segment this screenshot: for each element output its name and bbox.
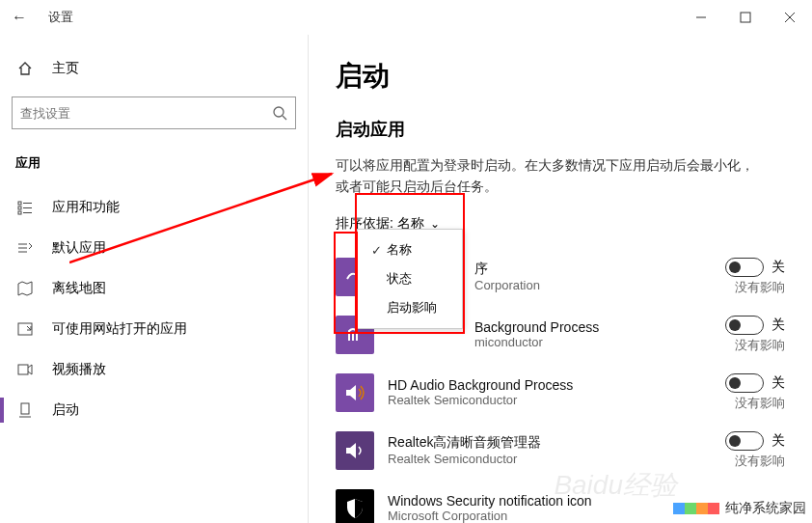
sidebar-item-label: 离线地图	[52, 280, 106, 297]
toggle-switch[interactable]	[725, 431, 764, 451]
svg-rect-8	[18, 206, 21, 209]
map-icon	[15, 281, 35, 296]
app-publisher: Realtek Semiconductor	[388, 452, 698, 466]
description-text: 可以将应用配置为登录时启动。在大多数情况下应用启动后会最小化，或者可能只启动后台…	[336, 154, 760, 198]
toggle-switch[interactable]	[725, 316, 764, 335]
section-label: 应用	[0, 149, 308, 178]
back-button[interactable]: ←	[0, 9, 39, 26]
sidebar-item-default-apps[interactable]: 默认应用	[0, 228, 308, 268]
dropdown-item-impact[interactable]: 启动影响	[358, 293, 462, 322]
toggle-label: 关	[771, 374, 785, 392]
app-name: HD Audio Background Process	[388, 377, 698, 393]
titlebar: ← 设置	[0, 0, 812, 35]
brand-text: 纯净系统家园	[725, 500, 806, 517]
website-icon	[15, 321, 35, 337]
close-button[interactable]	[768, 3, 812, 32]
svg-rect-10	[18, 211, 21, 214]
video-icon	[15, 362, 35, 377]
sidebar-item-label: 可使用网站打开的应用	[52, 320, 187, 338]
check-icon: ✓	[371, 243, 387, 258]
impact-label: 没有影响	[698, 279, 785, 296]
toggle-switch[interactable]	[725, 258, 764, 277]
defaults-icon	[15, 240, 35, 256]
speaker-icon	[336, 431, 374, 470]
impact-label: 没有影响	[698, 395, 785, 412]
sidebar-item-label: 视频播放	[52, 361, 106, 378]
search-field[interactable]	[20, 106, 272, 121]
toggle-switch[interactable]	[725, 373, 764, 393]
dropdown-item-name[interactable]: ✓名称	[358, 235, 462, 264]
app-name: Realtek高清晰音频管理器	[388, 434, 698, 452]
app-publisher: Realtek Semiconductor	[388, 393, 698, 407]
shield-icon	[336, 489, 374, 523]
app-publisher: Microsoft Corporation	[388, 509, 698, 523]
search-icon	[272, 105, 287, 121]
toggle-label: 关	[771, 259, 785, 276]
sidebar-item-label: 应用和功能	[52, 199, 120, 216]
impact-label: 没有影响	[698, 453, 785, 470]
minimize-button[interactable]	[679, 3, 723, 32]
svg-point-4	[274, 107, 284, 117]
app-name: Windows Security notification icon	[388, 493, 698, 509]
sidebar-item-startup[interactable]: 启动	[0, 390, 308, 430]
toggle-label: 关	[771, 432, 785, 450]
window-title: 设置	[48, 9, 73, 26]
sidebar-item-apps-features[interactable]: 应用和功能	[0, 187, 308, 228]
home-link[interactable]: 主页	[0, 54, 308, 83]
sidebar-item-label: 默认应用	[52, 239, 106, 257]
toggle-label: 关	[771, 317, 785, 334]
sidebar: 主页 应用 应用和功能 默认应用 离线地图 可使用网站打开的应用	[0, 35, 309, 523]
startup-icon	[15, 402, 35, 418]
page-title: 启动	[336, 58, 785, 95]
sidebar-item-apps-for-websites[interactable]: 可使用网站打开的应用	[0, 309, 308, 349]
home-label: 主页	[52, 60, 79, 77]
startup-app-row: Realtek高清晰音频管理器 Realtek Semiconductor 关 …	[336, 422, 785, 480]
sidebar-item-offline-maps[interactable]: 离线地图	[0, 268, 308, 309]
section-title: 启动应用	[336, 118, 785, 141]
svg-line-5	[283, 116, 286, 120]
list-icon	[15, 200, 35, 215]
app-publisher: miconductor	[388, 335, 698, 349]
maximize-button[interactable]	[723, 3, 768, 32]
home-icon	[15, 61, 35, 76]
sidebar-item-label: 启动	[52, 401, 79, 419]
dropdown-item-status[interactable]: 状态	[358, 264, 462, 293]
svg-rect-16	[18, 365, 28, 374]
svg-rect-6	[18, 202, 21, 205]
startup-app-row: HD Audio Background Process Realtek Semi…	[336, 364, 785, 422]
brand-logo-icon	[673, 503, 719, 514]
sort-dropdown-menu: ✓名称 状态 启动影响	[357, 229, 463, 329]
search-input[interactable]	[12, 96, 296, 129]
speaker-icon	[336, 373, 374, 412]
svg-rect-17	[21, 403, 29, 414]
svg-rect-1	[741, 13, 750, 22]
brand-badge: 纯净系统家园	[673, 500, 806, 517]
sidebar-item-video-playback[interactable]: 视频播放	[0, 349, 308, 390]
impact-label: 没有影响	[698, 337, 785, 354]
